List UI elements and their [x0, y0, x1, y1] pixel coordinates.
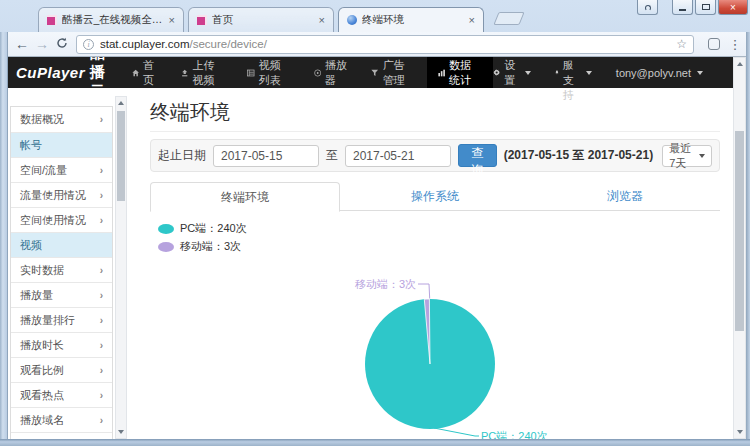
- query-button[interactable]: 查询: [458, 144, 497, 167]
- browser-tab-1[interactable]: 酷播云_在线视频全终端… ×: [38, 7, 184, 32]
- legend-marker-mobile: [158, 242, 174, 252]
- nav-item-data-stats[interactable]: 数据统计: [427, 57, 493, 88]
- tab-title: 首页: [212, 13, 313, 27]
- forward-icon[interactable]: →: [32, 36, 52, 52]
- globe-favicon: [347, 15, 357, 25]
- sidebar-item-play-duration[interactable]: 播放时长›: [11, 332, 112, 357]
- chevron-right-icon: ›: [100, 165, 103, 176]
- nav-item-label: 播放器: [325, 58, 349, 88]
- sidebar-item-play-domain[interactable]: 播放域名›: [11, 407, 112, 432]
- bell-icon: [555, 67, 559, 78]
- sidebar-item-label: 空间使用情况: [20, 213, 86, 228]
- legend-item-pc[interactable]: PC端：240次: [158, 221, 247, 236]
- site-logo[interactable]: CuPlayer 酷播云: [8, 57, 121, 88]
- scroll-up-icon[interactable]: [734, 58, 745, 70]
- page-info-icon[interactable]: i: [83, 39, 94, 50]
- sidebar-item-space-traffic[interactable]: 空间/流量›: [11, 157, 112, 182]
- nav-item-ad-manage[interactable]: 广告管理: [360, 57, 426, 88]
- chevron-right-icon: ›: [100, 415, 103, 426]
- settings-dropdown[interactable]: 设置: [493, 58, 531, 88]
- sidebar-item-data-overview[interactable]: 数据概况›: [11, 107, 112, 132]
- scroll-up-icon[interactable]: [116, 97, 126, 109]
- minimize-icon: [679, 9, 686, 11]
- preset-range-select[interactable]: 最近7天: [662, 145, 712, 167]
- bookmark-star-icon[interactable]: ☆: [676, 37, 687, 51]
- date-from-input[interactable]: [213, 145, 319, 167]
- address-bar[interactable]: i stat.cuplayer.com/secure/device/ ☆: [76, 35, 694, 54]
- bar-chart-icon: [438, 68, 445, 78]
- tab-close-icon[interactable]: ×: [467, 14, 477, 26]
- scroll-down-icon[interactable]: [734, 426, 745, 438]
- pie-label-mobile: 移动端：3次: [355, 278, 416, 290]
- legend-label-mobile: 移动端：3次: [180, 239, 241, 254]
- sidebar-item-label: 播放时长: [20, 338, 64, 353]
- nav-item-label: 首页: [143, 58, 159, 88]
- site-navbar: CuPlayer 酷播云 首页 上传视频 视频列表 播放器 广告管理 数据统计 …: [8, 57, 733, 88]
- sidebar-item-watch-hotspot[interactable]: 观看热点›: [11, 382, 112, 407]
- date-to-input[interactable]: [345, 145, 451, 167]
- person-icon: [645, 5, 651, 11]
- nav-item-home[interactable]: 首页: [121, 57, 170, 88]
- reload-icon[interactable]: [52, 36, 72, 52]
- sidebar-item-realtime-data[interactable]: 实时数据›: [11, 257, 112, 282]
- sidebar-menu: 数据概况› 帐号 空间/流量› 流量使用情况› 空间使用情况› 视频 实时数据›…: [10, 106, 113, 446]
- chevron-right-icon: ›: [100, 290, 103, 301]
- window-border-bottom: [0, 439, 750, 446]
- browser-menu-icon[interactable]: ⋮: [728, 37, 742, 52]
- tab-terminal-env[interactable]: 终端环境: [150, 182, 340, 212]
- sidebar-item-play-count[interactable]: 播放量›: [11, 282, 112, 307]
- url-text[interactable]: stat.cuplayer.com/secure/device/: [100, 38, 676, 50]
- sidebar-item-label: 数据概况: [20, 112, 64, 127]
- tab-browser[interactable]: 浏览器: [530, 182, 720, 211]
- chevron-right-icon: ›: [100, 114, 103, 125]
- navbar-right: 设置 客服支持 tony@polyv.net: [493, 57, 733, 88]
- funnel-icon: [371, 68, 378, 78]
- sidebar-scrollbar[interactable]: [115, 96, 127, 439]
- nav-item-upload-video[interactable]: 上传视频: [170, 57, 236, 88]
- new-tab-button[interactable]: [493, 12, 524, 25]
- caret-down-icon: [699, 154, 705, 158]
- sidebar-item-play-ranking[interactable]: 播放量排行›: [11, 307, 112, 332]
- chevron-right-icon: ›: [100, 265, 103, 276]
- page-scrollbar[interactable]: [733, 57, 746, 439]
- sidebar-item-label: 空间/流量: [20, 163, 67, 178]
- sidebar-item-space-usage[interactable]: 空间使用情况›: [11, 207, 112, 232]
- nav-item-player[interactable]: 播放器: [303, 57, 361, 88]
- browser-tabstrip: 酷播云_在线视频全终端… × 首页 × 终端环境 × ×: [0, 0, 750, 32]
- browser-tab-2[interactable]: 首页 ×: [188, 7, 334, 32]
- minimize-button[interactable]: [672, 0, 693, 15]
- maximize-button[interactable]: [695, 0, 716, 15]
- url-path: /secure/device/: [189, 38, 266, 50]
- nav-item-video-list[interactable]: 视频列表: [236, 57, 302, 88]
- nav-item-label: 数据统计: [449, 58, 482, 88]
- date-range-label: 起止日期: [158, 147, 206, 164]
- tab-close-icon[interactable]: ×: [317, 14, 327, 26]
- account-dropdown[interactable]: tony@polyv.net: [616, 67, 703, 79]
- legend-item-mobile[interactable]: 移动端：3次: [158, 239, 241, 254]
- window-border-right: [746, 32, 750, 439]
- pie-label-pc: PC端：240次: [481, 430, 548, 439]
- sidebar-item-label: 播放量: [20, 288, 53, 303]
- back-icon[interactable]: ←: [12, 36, 32, 52]
- legend-label-pc: PC端：240次: [180, 221, 247, 236]
- extension-icon[interactable]: [708, 38, 720, 50]
- play-circle-icon: [314, 68, 321, 78]
- nav-item-label: 广告管理: [383, 58, 416, 88]
- window-border-left: [0, 32, 8, 439]
- tab-title: 酷播云_在线视频全终端…: [62, 13, 163, 27]
- tab-operating-system[interactable]: 操作系统: [340, 182, 530, 211]
- sidebar-scrollbar-thumb[interactable]: [117, 111, 125, 201]
- scroll-down-icon[interactable]: [116, 426, 126, 438]
- sidebar-header-label: 帐号: [20, 138, 42, 153]
- tab-close-icon[interactable]: ×: [167, 14, 177, 26]
- chevron-right-icon: ›: [100, 340, 103, 351]
- profile-button[interactable]: [637, 0, 658, 15]
- close-button[interactable]: ×: [718, 0, 748, 15]
- label-line-pc: [434, 428, 479, 436]
- sidebar-item-traffic-usage[interactable]: 流量使用情况›: [11, 182, 112, 207]
- page-scrollbar-thumb[interactable]: [735, 131, 744, 331]
- maximize-icon: [702, 4, 710, 10]
- nav-item-label: 上传视频: [193, 58, 226, 88]
- browser-tab-active[interactable]: 终端环境 ×: [338, 7, 484, 32]
- sidebar-item-watch-ratio[interactable]: 观看比例›: [11, 357, 112, 382]
